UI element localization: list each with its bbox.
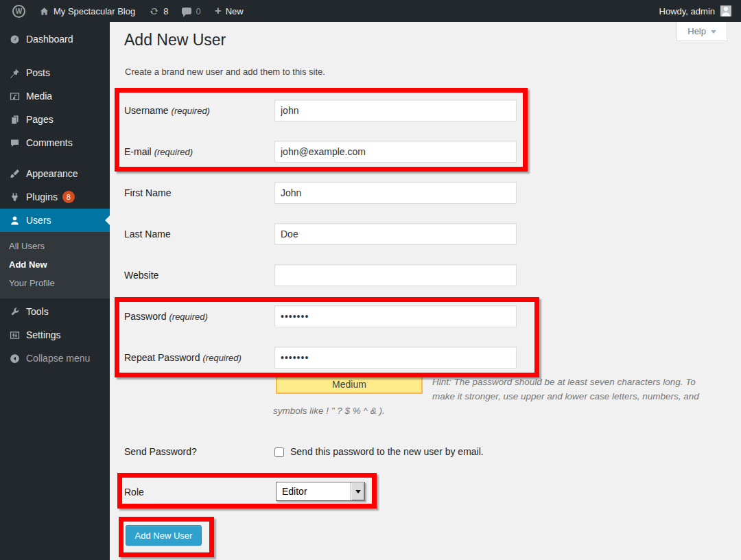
users-icon bbox=[8, 213, 21, 227]
main-content: Help Add New User Create a brand new use… bbox=[110, 22, 741, 560]
username-input[interactable] bbox=[274, 100, 517, 121]
first-name-input[interactable] bbox=[274, 182, 517, 204]
sidebar-item-dashboard[interactable]: Dashboard bbox=[0, 27, 110, 51]
chevron-down-icon bbox=[711, 30, 716, 36]
wordpress-menu[interactable]: W bbox=[5, 0, 32, 22]
add-new-user-button[interactable]: Add New User bbox=[126, 525, 202, 546]
sidebar-item-users[interactable]: Users bbox=[0, 209, 110, 232]
media-icon bbox=[8, 89, 21, 103]
help-button[interactable]: Help bbox=[677, 22, 727, 41]
username-label: Username(required) bbox=[124, 105, 210, 116]
pin-icon bbox=[8, 66, 21, 80]
sidebar-item-plugins[interactable]: Plugins 8 bbox=[0, 185, 110, 209]
sidebar-item-posts[interactable]: Posts bbox=[0, 61, 110, 84]
submenu-item-all-users[interactable]: All Users bbox=[0, 237, 110, 255]
brush-icon bbox=[8, 167, 21, 180]
plugins-update-badge: 8 bbox=[62, 191, 75, 203]
last-name-label: Last Name bbox=[124, 229, 171, 240]
home-icon bbox=[39, 6, 49, 16]
comments-link[interactable]: 0 bbox=[175, 0, 207, 22]
plus-icon: + bbox=[215, 6, 222, 16]
avatar bbox=[720, 5, 731, 16]
update-count: 8 bbox=[163, 6, 168, 16]
sidebar-item-media[interactable]: Media bbox=[0, 84, 110, 108]
users-submenu: All Users Add New Your Profile bbox=[0, 232, 110, 299]
plug-icon bbox=[8, 190, 21, 204]
role-label: Role bbox=[124, 487, 144, 498]
submenu-item-your-profile[interactable]: Your Profile bbox=[0, 274, 110, 292]
comments-bubble-icon bbox=[182, 8, 191, 14]
role-select[interactable]: Editor bbox=[276, 482, 365, 501]
new-content-link[interactable]: + New bbox=[208, 0, 250, 22]
comment-count: 0 bbox=[196, 6, 200, 16]
sidebar-item-tools[interactable]: Tools bbox=[0, 300, 110, 323]
submenu-item-add-new[interactable]: Add New bbox=[0, 255, 110, 274]
website-label: Website bbox=[124, 270, 158, 281]
comments-icon bbox=[8, 136, 21, 150]
email-input[interactable] bbox=[274, 141, 517, 163]
updates-icon bbox=[149, 6, 159, 16]
admin-bar: W My Spectacular Blog 8 0 + New Howdy, a… bbox=[0, 0, 741, 22]
repeat-password-input[interactable] bbox=[274, 347, 517, 369]
send-password-checkbox-label: Send this password to the new user by em… bbox=[290, 446, 484, 457]
repeat-password-label: Repeat Password(required) bbox=[124, 352, 242, 363]
sidebar-item-settings[interactable]: Settings bbox=[0, 323, 110, 347]
last-name-input[interactable] bbox=[274, 223, 517, 245]
sidebar-item-collapse-menu[interactable]: Collapse menu bbox=[0, 347, 110, 370]
sidebar-item-pages[interactable]: Pages bbox=[0, 108, 110, 131]
email-label: E-mail(required) bbox=[124, 146, 193, 157]
wrench-icon bbox=[8, 305, 21, 318]
settings-icon bbox=[8, 328, 21, 342]
updates-link[interactable]: 8 bbox=[142, 0, 175, 22]
page-title: Add New User bbox=[124, 31, 226, 49]
password-strength-indicator: Medium bbox=[276, 375, 423, 394]
site-name: My Spectacular Blog bbox=[54, 6, 135, 16]
dashboard-icon bbox=[8, 32, 21, 46]
sidebar-item-comments[interactable]: Comments bbox=[0, 131, 110, 154]
account-menu[interactable]: Howdy, admin bbox=[659, 5, 741, 16]
password-hint-area: Medium Hint: The password should be at l… bbox=[273, 375, 716, 418]
new-label: New bbox=[226, 6, 244, 16]
site-name-link[interactable]: My Spectacular Blog bbox=[32, 0, 142, 22]
password-label: Password(required) bbox=[124, 311, 208, 322]
select-dropdown-arrow-icon bbox=[351, 482, 364, 500]
wordpress-logo-icon: W bbox=[12, 5, 25, 18]
website-input[interactable] bbox=[274, 264, 517, 286]
page-subtitle: Create a brand new user and add them to … bbox=[125, 67, 325, 77]
collapse-arrow-icon bbox=[8, 351, 21, 365]
password-input[interactable] bbox=[274, 305, 517, 327]
role-select-value: Editor bbox=[277, 482, 351, 500]
first-name-label: First Name bbox=[124, 187, 171, 198]
send-password-checkbox[interactable] bbox=[274, 447, 284, 457]
pages-icon bbox=[8, 113, 21, 126]
sidebar-item-appearance[interactable]: Appearance bbox=[0, 162, 110, 185]
admin-sidebar: Dashboard Posts Media Pages Comments App… bbox=[0, 22, 110, 560]
send-password-label: Send Password? bbox=[124, 446, 197, 457]
howdy-text: Howdy, admin bbox=[659, 6, 715, 16]
